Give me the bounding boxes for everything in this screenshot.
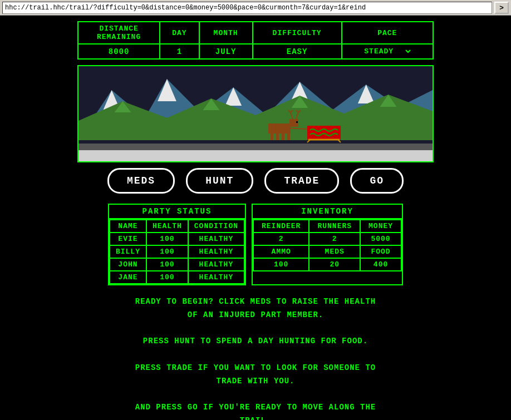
pace-header: PACE — [342, 22, 433, 44]
pace-select-cell[interactable]: STEADY SLOW FAST GRUELING — [342, 44, 433, 59]
member-health: 100 — [146, 258, 188, 271]
difficulty-value: EASY — [253, 44, 342, 59]
instruction-line-5: TRADE WITH YOU. — [77, 375, 434, 388]
meds-header: MEDS — [309, 245, 360, 258]
member-health: 100 — [146, 271, 188, 284]
member-name: JANE — [110, 271, 146, 284]
member-condition: HEALTHY — [188, 233, 244, 245]
member-name: EVIE — [110, 233, 146, 245]
party-status-panel: PARTY STATUS NAME HEALTH CONDITION EVIE … — [108, 204, 246, 285]
svg-rect-22 — [287, 132, 290, 140]
pace-select[interactable]: STEADY SLOW FAST GRUELING — [362, 47, 412, 56]
distance-remaining-header: DISTANCEREMAINING — [78, 22, 160, 44]
svg-rect-21 — [282, 132, 284, 140]
meds-value: 20 — [309, 258, 360, 271]
buttons-row: MEDS HUNT TRADE GO — [107, 168, 404, 194]
table-row: BILLY 100 HEALTHY — [110, 245, 244, 258]
inventory-title: INVENTORY — [253, 205, 402, 219]
table-row: EVIE 100 HEALTHY — [110, 233, 244, 245]
month-value: JULY — [199, 44, 253, 59]
trade-button[interactable]: TRADE — [264, 168, 339, 194]
go-button[interactable]: GO — [350, 168, 404, 194]
table-row: JOHN 100 HEALTHY — [110, 258, 244, 271]
status-inventory: PARTY STATUS NAME HEALTH CONDITION EVIE … — [108, 204, 403, 285]
instruction-line-6: AND PRESS GO IF YOU'RE READY TO MOVE ALO… — [77, 401, 434, 414]
food-header: FOOD — [360, 245, 401, 258]
day-value: 1 — [160, 44, 199, 59]
name-header: NAME — [110, 220, 146, 233]
money-value: 5000 — [360, 233, 401, 245]
game-container: DISTANCEREMAINING DAY MONTH DIFFICULTY P… — [0, 16, 511, 420]
scene — [77, 65, 434, 162]
month-header: MONTH — [199, 22, 253, 44]
food-value: 400 — [360, 258, 401, 271]
svg-rect-20 — [276, 132, 279, 140]
instruction-line-4: PRESS TRADE IF YOU WANT TO LOOK FOR SOME… — [77, 362, 434, 375]
mountains-svg — [78, 73, 433, 140]
svg-rect-23 — [296, 121, 298, 123]
instructions: READY TO BEGIN? CLICK MEDS TO RAISE THE … — [77, 295, 434, 420]
health-header: HEALTH — [146, 220, 188, 233]
runners-value: 2 — [309, 233, 360, 245]
member-health: 100 — [146, 233, 188, 245]
svg-line-13 — [291, 112, 293, 119]
instruction-line-7: TRAIL. — [77, 414, 434, 420]
svg-line-16 — [296, 112, 298, 119]
difficulty-header: DIFFICULTY — [253, 22, 342, 44]
member-health: 100 — [146, 245, 188, 258]
instruction-line-2: OF AN INJURED PART MEMBER. — [77, 309, 434, 322]
instruction-line-1: READY TO BEGIN? CLICK MEDS TO RAISE THE … — [77, 295, 434, 309]
svg-rect-25 — [307, 126, 341, 140]
party-status-title: PARTY STATUS — [109, 205, 245, 219]
stats-table: DISTANCEREMAINING DAY MONTH DIFFICULTY P… — [77, 21, 434, 60]
meds-button[interactable]: MEDS — [107, 168, 175, 194]
ammo-header: AMMO — [253, 245, 309, 258]
url-input[interactable] — [2, 2, 492, 14]
hunt-button[interactable]: HUNT — [186, 168, 253, 194]
condition-header: CONDITION — [188, 220, 244, 233]
svg-line-18 — [298, 110, 301, 112]
table-row: 2 2 5000 — [253, 233, 401, 245]
forward-button[interactable]: > — [494, 2, 509, 14]
member-condition: HEALTHY — [188, 245, 244, 258]
runners-header: RUNNERS — [309, 220, 360, 233]
instruction-line-3: PRESS HUNT TO SPEND A DAY HUNTING FOR FO… — [77, 335, 434, 348]
svg-line-15 — [291, 110, 293, 112]
inventory-table: REINDEER RUNNERS MONEY 2 2 5000 AMMO MED… — [253, 219, 402, 271]
ammo-value: 100 — [253, 258, 309, 271]
sled-svg — [263, 108, 349, 147]
svg-marker-6 — [78, 95, 433, 140]
address-bar: > — [0, 0, 511, 16]
table-row: JANE 100 HEALTHY — [110, 271, 244, 284]
distance-value: 8000 — [78, 44, 160, 59]
member-condition: HEALTHY — [188, 258, 244, 271]
member-name: JOHN — [110, 258, 146, 271]
svg-rect-19 — [271, 132, 273, 140]
day-header: DAY — [160, 22, 199, 44]
reindeer-header: REINDEER — [253, 220, 309, 233]
table-row: 100 20 400 — [253, 258, 401, 271]
party-status-table: NAME HEALTH CONDITION EVIE 100 HEALTHY B… — [109, 219, 245, 284]
inventory-panel: INVENTORY REINDEER RUNNERS MONEY 2 2 500… — [252, 204, 403, 285]
ground-dark — [78, 144, 433, 150]
member-name: BILLY — [110, 245, 146, 258]
reindeer-value: 2 — [253, 233, 309, 245]
money-header: MONEY — [360, 220, 401, 233]
member-condition: HEALTHY — [188, 271, 244, 284]
